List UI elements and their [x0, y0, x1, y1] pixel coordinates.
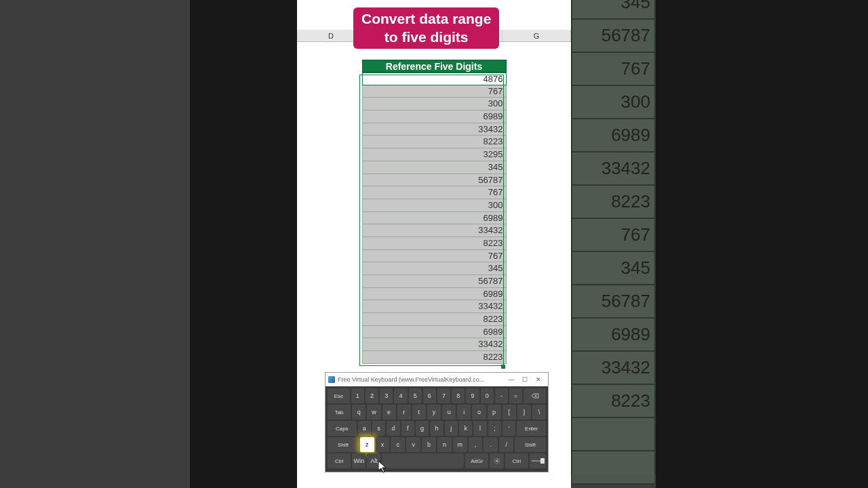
key-period[interactable]: .: [484, 437, 498, 452]
key-v[interactable]: v: [406, 437, 420, 452]
key-3[interactable]: 3: [380, 388, 393, 403]
col-header-g[interactable]: G: [502, 30, 571, 41]
key-tab[interactable]: Tab: [328, 405, 351, 420]
data-cell[interactable]: 33432: [362, 300, 507, 313]
minimize-button[interactable]: —: [505, 373, 518, 386]
key-f[interactable]: f: [401, 421, 414, 436]
data-cell[interactable]: 33432: [362, 338, 507, 351]
key-7[interactable]: 7: [437, 388, 450, 403]
close-button[interactable]: ✕: [532, 373, 545, 386]
key-j[interactable]: j: [445, 421, 458, 436]
key-b[interactable]: b: [422, 437, 436, 452]
data-cell[interactable]: 33432: [362, 123, 507, 136]
key-enter[interactable]: Enter: [517, 421, 546, 436]
key-8[interactable]: 8: [452, 388, 465, 403]
key-esc[interactable]: Esc: [328, 388, 350, 403]
key-minus[interactable]: -: [495, 388, 508, 403]
key-k[interactable]: k: [459, 421, 472, 436]
key-a[interactable]: a: [358, 421, 371, 436]
key-shift-left[interactable]: Shift: [328, 437, 359, 452]
data-cell[interactable]: 33432: [362, 224, 507, 237]
key-c[interactable]: c: [391, 437, 405, 452]
keyboard-row-2: Tab q w e r t y u i o p [ ] \: [328, 405, 546, 420]
key-2[interactable]: 2: [366, 388, 378, 403]
key-n[interactable]: n: [437, 437, 452, 452]
keyboard-opacity-slider[interactable]: [530, 453, 546, 468]
title-banner: Convert data range to five digits: [353, 7, 499, 49]
key-backslash[interactable]: \: [532, 405, 546, 420]
data-cell[interactable]: 3295: [362, 148, 507, 161]
key-rbracket[interactable]: ]: [517, 405, 531, 420]
data-cell[interactable]: 6989: [362, 326, 507, 339]
data-cell[interactable]: 300: [362, 199, 507, 212]
key-win[interactable]: Win: [352, 453, 366, 468]
data-cell[interactable]: 4876: [362, 73, 507, 85]
data-cell[interactable]: 345: [362, 262, 507, 275]
data-cell[interactable]: 6989: [362, 110, 507, 123]
data-cell[interactable]: 56787: [362, 275, 507, 288]
key-comma[interactable]: ,: [469, 437, 483, 452]
key-ctrl-right[interactable]: Ctrl: [505, 453, 528, 468]
key-x[interactable]: x: [376, 437, 390, 452]
data-cell[interactable]: 300: [362, 98, 507, 110]
key-o[interactable]: o: [472, 405, 486, 420]
selection-fill-handle[interactable]: [501, 365, 505, 369]
bg-cell: 345: [572, 252, 654, 285]
key-h[interactable]: h: [430, 421, 443, 436]
key-0[interactable]: 0: [481, 388, 494, 403]
key-9[interactable]: 9: [466, 388, 479, 403]
data-cell[interactable]: 8223: [362, 313, 507, 326]
data-cell[interactable]: 8223: [362, 136, 507, 148]
key-altgr[interactable]: AltGr: [465, 453, 488, 468]
maximize-button[interactable]: ☐: [518, 373, 532, 386]
key-d[interactable]: d: [387, 421, 399, 436]
key-semicolon[interactable]: ;: [488, 421, 501, 436]
key-quote[interactable]: ': [502, 421, 515, 436]
data-cell[interactable]: 56787: [362, 174, 507, 187]
key-5[interactable]: 5: [409, 388, 422, 403]
keyboard-titlebar[interactable]: Free Virtual Keyboard (www.FreeVirtualKe…: [326, 373, 548, 386]
key-y[interactable]: y: [427, 405, 441, 420]
key-space[interactable]: [382, 453, 464, 468]
key-m[interactable]: m: [453, 437, 467, 452]
key-1[interactable]: 1: [351, 388, 364, 403]
key-g[interactable]: g: [416, 421, 429, 436]
data-cell[interactable]: 6989: [362, 212, 507, 225]
data-cell[interactable]: 767: [362, 250, 507, 263]
data-cell[interactable]: 6989: [362, 288, 507, 301]
key-l[interactable]: l: [473, 421, 486, 436]
key-equals[interactable]: =: [509, 388, 522, 403]
key-i[interactable]: i: [457, 405, 471, 420]
key-backspace[interactable]: [524, 388, 546, 403]
key-q[interactable]: q: [352, 405, 366, 420]
bg-cell: [572, 418, 654, 451]
bg-cell: 56787: [572, 20, 654, 53]
key-6[interactable]: 6: [423, 388, 436, 403]
key-ctrl-left[interactable]: Ctrl: [328, 453, 351, 468]
data-table: Reference Five Digits 4876 767 300 6989 …: [362, 60, 507, 364]
data-cell[interactable]: 8223: [362, 351, 507, 364]
key-e[interactable]: e: [382, 405, 396, 420]
key-t[interactable]: t: [412, 405, 426, 420]
key-4[interactable]: 4: [394, 388, 407, 403]
key-shift-right[interactable]: Shift: [515, 437, 546, 452]
key-w[interactable]: w: [367, 405, 380, 420]
data-cell[interactable]: 345: [362, 161, 507, 174]
data-cell[interactable]: 767: [362, 85, 507, 98]
key-slash[interactable]: /: [499, 437, 513, 452]
key-p[interactable]: p: [488, 405, 501, 420]
data-cell[interactable]: 767: [362, 186, 507, 199]
key-lbracket[interactable]: [: [502, 405, 516, 420]
bg-cell: 767: [572, 53, 654, 86]
key-r[interactable]: r: [397, 405, 411, 420]
data-cell[interactable]: 8223: [362, 237, 507, 250]
key-caps[interactable]: Caps: [328, 421, 357, 436]
svg-point-0: [496, 460, 498, 462]
key-settings[interactable]: [490, 453, 503, 468]
table-header-cell[interactable]: Reference Five Digits: [362, 60, 507, 73]
key-s[interactable]: s: [372, 421, 385, 436]
bg-cell: 767: [572, 219, 654, 252]
key-z[interactable]: z: [360, 437, 374, 452]
key-alt-left[interactable]: Alt: [367, 453, 380, 468]
key-u[interactable]: u: [442, 405, 456, 420]
